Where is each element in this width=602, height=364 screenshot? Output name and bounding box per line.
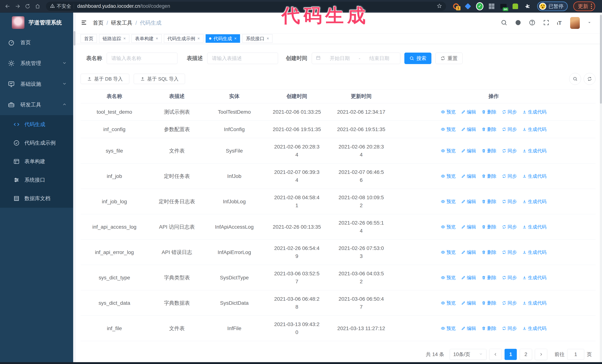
action-edit[interactable]: 编辑	[461, 274, 476, 282]
close-icon[interactable]: ×	[123, 36, 126, 41]
action-eye[interactable]: 预览	[441, 248, 456, 256]
action-edit[interactable]: 编辑	[461, 299, 476, 307]
sidebar-item-0[interactable]: 首页	[0, 32, 73, 53]
sidebar-scrollbar[interactable]	[73, 13, 76, 362]
action-download[interactable]: 生成代码	[522, 223, 547, 231]
page-button-2[interactable]: 2	[520, 349, 532, 360]
prev-page-button[interactable]	[489, 349, 502, 360]
action-delete[interactable]: 删除	[482, 248, 496, 256]
import-db-button[interactable]: 基于 DB 导入	[81, 74, 129, 84]
table-desc-input[interactable]	[207, 52, 278, 64]
action-edit[interactable]: 编辑	[461, 147, 476, 155]
close-icon[interactable]: ×	[267, 36, 269, 41]
action-delete[interactable]: 删除	[482, 324, 496, 332]
breadcrumb-home[interactable]: 首页	[93, 19, 104, 27]
update-button[interactable]: 更新	[573, 1, 595, 11]
action-delete[interactable]: 删除	[482, 299, 496, 307]
page-size-select[interactable]: 10条/页	[450, 349, 486, 360]
back-icon[interactable]	[3, 2, 12, 10]
action-edit[interactable]: 编辑	[461, 108, 476, 116]
sidebar-item-2[interactable]: 基础设施	[0, 74, 73, 94]
action-sync[interactable]: 同步	[502, 108, 517, 116]
extension-icon[interactable]	[464, 3, 472, 10]
address-bar[interactable]: 不安全 dashboard.yudao.iocoder.cn /tool/cod…	[46, 2, 446, 11]
bookmark-star-icon[interactable]	[437, 3, 442, 9]
action-delete[interactable]: 删除	[482, 172, 496, 180]
reset-button[interactable]: 重置	[435, 52, 462, 64]
extensions-puzzle-icon[interactable]	[524, 3, 531, 10]
close-icon[interactable]: ×	[156, 36, 158, 41]
sidebar-subitem-0[interactable]: 代码生成	[0, 115, 73, 134]
action-download[interactable]: 生成代码	[522, 299, 547, 307]
action-edit[interactable]: 编辑	[461, 172, 476, 180]
action-edit[interactable]: 编辑	[461, 248, 476, 256]
tab-0[interactable]: 首页	[81, 34, 97, 43]
refresh-button[interactable]	[584, 73, 595, 85]
action-download[interactable]: 生成代码	[522, 172, 547, 180]
action-delete[interactable]: 删除	[482, 198, 496, 206]
action-delete[interactable]: 删除	[482, 125, 496, 133]
action-eye[interactable]: 预览	[441, 147, 456, 155]
action-sync[interactable]: 同步	[502, 248, 517, 256]
sidebar-item-1[interactable]: 系统管理	[0, 53, 73, 74]
action-download[interactable]: 生成代码	[522, 198, 547, 206]
action-delete[interactable]: 删除	[482, 108, 496, 116]
action-eye[interactable]: 预览	[441, 324, 456, 332]
action-download[interactable]: 生成代码	[522, 108, 547, 116]
action-download[interactable]: 生成代码	[522, 248, 547, 256]
next-page-button[interactable]	[535, 349, 547, 360]
extension-icon[interactable]	[512, 3, 519, 10]
action-eye[interactable]: 预览	[441, 172, 456, 180]
action-download[interactable]: 生成代码	[522, 324, 547, 332]
action-eye[interactable]: 预览	[441, 108, 456, 116]
action-eye[interactable]: 预览	[441, 125, 456, 133]
action-download[interactable]: 生成代码	[522, 147, 547, 155]
action-sync[interactable]: 同步	[502, 125, 517, 133]
date-range-picker[interactable]: 开始日期 - 结束日期	[312, 52, 400, 64]
search-icon[interactable]	[501, 19, 507, 27]
sidebar-subitem-3[interactable]: 系统接口	[0, 171, 73, 189]
tab-5[interactable]: 系统接口×	[242, 34, 272, 43]
table-name-input[interactable]	[107, 52, 177, 64]
extension-icon[interactable]: on	[500, 3, 507, 10]
sidebar-subitem-2[interactable]: 表单构建	[0, 152, 73, 171]
action-sync[interactable]: 同步	[502, 299, 517, 307]
action-edit[interactable]: 编辑	[461, 125, 476, 133]
hide-search-button[interactable]	[569, 73, 581, 85]
action-eye[interactable]: 预览	[441, 299, 456, 307]
action-eye[interactable]: 预览	[441, 223, 456, 231]
chevron-down-icon[interactable]	[587, 20, 592, 26]
tab-3[interactable]: 代码生成示例×	[164, 34, 203, 43]
tab-4[interactable]: 代码生成×	[206, 34, 240, 43]
action-delete[interactable]: 删除	[482, 223, 496, 231]
tab-1[interactable]: 链路追踪×	[99, 34, 129, 43]
action-delete[interactable]: 删除	[482, 274, 496, 282]
action-download[interactable]: 生成代码	[522, 274, 547, 282]
action-eye[interactable]: 预览	[441, 274, 456, 282]
action-eye[interactable]: 预览	[441, 198, 456, 206]
help-icon[interactable]	[529, 19, 536, 27]
sidebar-item-3[interactable]: 研发工具	[0, 94, 73, 115]
fullscreen-icon[interactable]	[543, 19, 549, 27]
action-sync[interactable]: 同步	[502, 147, 517, 155]
sidebar-subitem-4[interactable]: 数据库文档	[0, 189, 73, 208]
goto-page-input[interactable]	[567, 349, 584, 360]
paused-badge[interactable]: 已暂停	[537, 1, 568, 11]
home-icon[interactable]	[33, 2, 42, 10]
app-logo[interactable]: 芋道管理系统	[0, 13, 73, 32]
search-button[interactable]: 搜索	[404, 52, 431, 64]
close-icon[interactable]: ×	[197, 36, 200, 41]
breadcrumb-devtools[interactable]: 研发工具	[111, 19, 132, 27]
reload-icon[interactable]	[23, 2, 32, 10]
user-avatar[interactable]	[570, 17, 580, 29]
import-sql-button[interactable]: 基于 SQL 导入	[134, 74, 185, 84]
action-sync[interactable]: 同步	[502, 324, 517, 332]
extension-icon[interactable]: ✓	[476, 3, 484, 10]
action-edit[interactable]: 编辑	[461, 198, 476, 206]
action-sync[interactable]: 同步	[502, 198, 517, 206]
page-button-1[interactable]: 1	[505, 349, 517, 360]
action-edit[interactable]: 编辑	[461, 223, 476, 231]
font-size-icon[interactable]: tT	[557, 20, 562, 26]
action-delete[interactable]: 删除	[482, 147, 496, 155]
extension-icon[interactable]: 1	[452, 3, 460, 10]
